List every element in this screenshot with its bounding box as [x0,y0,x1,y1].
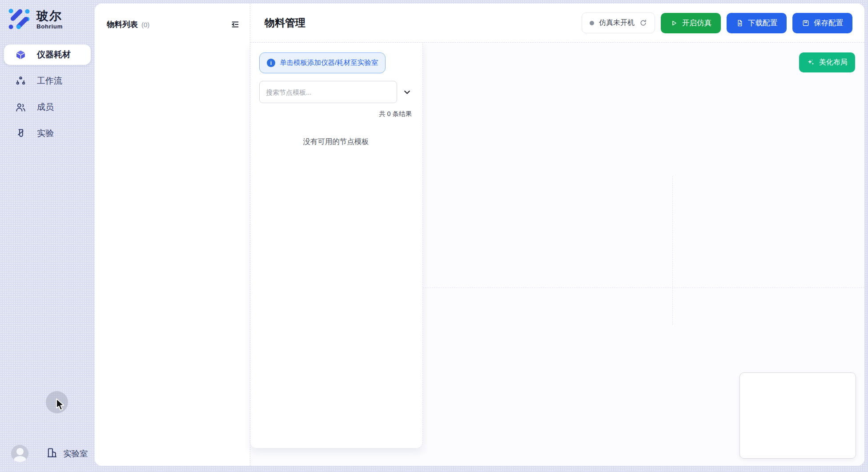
template-empty-text: 没有可用的节点模板 [259,137,413,147]
palette-search-row [259,81,413,103]
lab-label: 实验室 [63,448,88,459]
node-template-palette: i 单击模板添加仪器/耗材至实验室 共 0 条结果 没有可用的节点模板 [250,43,423,448]
sidebar-item-instruments[interactable]: 仪器耗材 [4,44,91,65]
cube-icon [15,49,26,60]
save-config-button[interactable]: 保存配置 [792,13,852,33]
material-list-panel: 物料列表 (0) [95,4,250,466]
sidebar-item-workflow[interactable]: 工作流 [4,71,91,91]
download-config-button[interactable]: 下载配置 [727,13,787,33]
sidebar-item-members[interactable]: 成员 [4,97,91,117]
status-dot-icon [590,21,594,25]
template-result-count: 共 0 条结果 [259,110,413,118]
palette-banner-text: 单击模板添加仪器/耗材至实验室 [280,58,378,68]
sidebar-menu: 仪器耗材 工作流 [0,44,95,144]
members-icon [15,101,26,113]
brand-name-en: Bohrium [36,23,63,30]
material-list-title: 物料列表 [107,19,138,30]
content-card: 物料列表 (0) 物料管理 仿 [95,4,864,466]
refresh-icon[interactable] [639,19,647,27]
sparkles-icon [807,58,815,67]
file-download-icon [736,19,744,27]
flow-canvas[interactable]: i 单击模板添加仪器/耗材至实验室 共 0 条结果 没有可用的节点模板 [250,43,864,466]
info-icon: i [267,59,275,67]
sidebar-item-label: 成员 [37,101,54,113]
sidebar: 玻尔 Bohrium 仪器耗材 [0,0,95,472]
simulation-status-pill[interactable]: 仿真未开机 [582,12,655,33]
save-config-label: 保存配置 [814,18,843,28]
sidebar-item-label: 工作流 [37,75,62,87]
indent-collapse-icon[interactable] [229,19,241,30]
chevron-down-icon[interactable] [401,86,413,98]
brand-name-zh: 玻尔 [36,9,63,23]
sidebar-footer: 实验室 [11,445,88,462]
workflow-icon [15,75,26,87]
page-title: 物料管理 [265,16,305,30]
main-column: 物料管理 仿真未开机 [250,4,864,466]
brand: 玻尔 Bohrium [0,0,95,32]
brand-text: 玻尔 Bohrium [36,9,63,30]
beautify-layout-button[interactable]: 美化布局 [799,52,855,72]
download-config-label: 下载配置 [748,18,777,28]
sidebar-item-experiments[interactable]: 实验 [4,123,91,144]
header-actions: 仿真未开机 [582,12,852,33]
experiment-icon [15,128,26,139]
play-icon [670,19,678,27]
canvas-gridline-vertical [672,176,673,325]
sidebar-item-label: 仪器耗材 [37,49,71,60]
building-icon [46,447,58,460]
material-list-header: 物料列表 (0) [107,19,241,30]
sidebar-item-label: 实验 [37,128,54,139]
bohrium-logo-icon [8,7,31,32]
minimap-panel[interactable] [739,372,856,459]
page-header: 物料管理 仿真未开机 [250,4,864,43]
avatar[interactable] [11,445,28,462]
template-search-input[interactable] [259,81,397,103]
canvas-gridline-horizontal [423,288,864,288]
lab-switcher[interactable]: 实验室 [46,447,88,460]
save-icon [802,19,810,27]
status-label: 仿真未开机 [599,18,635,28]
material-list-count: (0) [141,21,149,28]
start-simulation-label: 开启仿真 [682,18,711,28]
beautify-layout-label: 美化布局 [819,58,848,67]
start-simulation-button[interactable]: 开启仿真 [661,13,721,33]
palette-info-banner: i 单击模板添加仪器/耗材至实验室 [259,52,386,73]
app-window: 玻尔 Bohrium 仪器耗材 [0,0,868,472]
